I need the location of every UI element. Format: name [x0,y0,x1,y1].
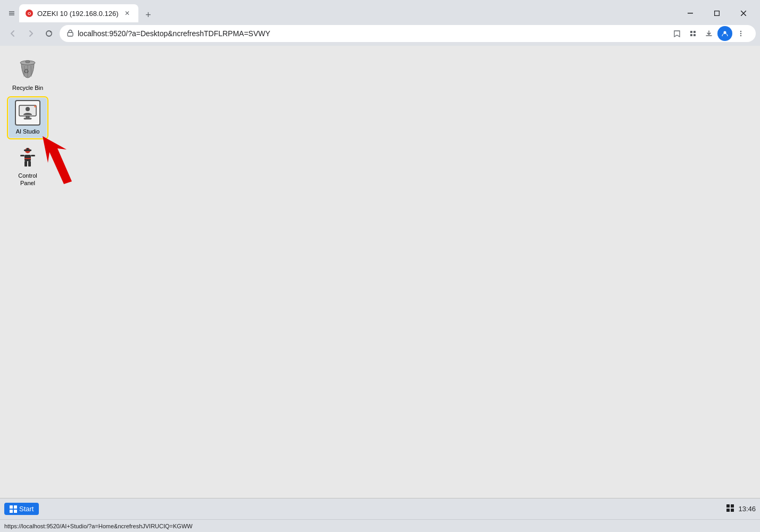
svg-rect-35 [10,505,13,509]
svg-rect-30 [24,161,27,167]
ai-studio-label: AI Studio [16,128,40,135]
recycle-bin-image: ♻ [15,56,40,82]
svg-rect-40 [731,504,734,508]
svg-rect-36 [14,505,17,509]
address-bar[interactable] [60,25,756,42]
tab-close-button[interactable]: ✕ [122,9,132,18]
bookmark-button[interactable] [670,26,684,41]
browser-chrome: O OZEKI 10 (192.168.0.126) ✕ + [0,0,760,46]
close-button[interactable] [731,5,756,22]
start-label: Start [19,505,34,513]
lock-icon [67,29,73,38]
minimize-button[interactable] [678,5,703,22]
svg-rect-4 [68,32,73,36]
tab-list-button[interactable] [4,6,19,21]
svg-rect-32 [20,155,24,156]
taskbar-icons [726,504,734,513]
status-url: https://localhost:9520/AI+Studio/?a=Home… [4,523,193,529]
recycle-bin-icon[interactable]: ♻ Recycle Bin [9,54,47,94]
svg-rect-26 [24,149,31,151]
svg-point-11 [740,33,741,34]
svg-rect-5 [690,31,692,33]
svg-rect-15 [26,61,30,63]
ai-studio-icon[interactable]: AI Studio [9,98,47,137]
taskbar: Start 13:46 [0,498,760,519]
svg-rect-23 [24,118,31,119]
control-panel-label: Control Panel [18,172,37,187]
desktop-area: ♻ Recycle Bin [0,46,760,498]
svg-text:♻: ♻ [23,68,29,75]
maximize-button[interactable] [705,5,729,22]
new-tab-button[interactable]: + [141,7,155,22]
back-button[interactable] [4,25,21,42]
svg-rect-41 [726,509,730,512]
tab-bar: O OZEKI 10 (192.168.0.126) ✕ + [0,0,760,22]
taskbar-right: 13:46 [726,504,756,513]
svg-point-12 [740,35,741,36]
clock: 13:46 [738,505,756,513]
address-actions [670,26,748,41]
download-button[interactable] [701,26,716,41]
svg-rect-22 [26,116,29,118]
desktop-icons: ♻ Recycle Bin [9,54,751,189]
address-bar-row [0,22,760,46]
tab-favicon: O [26,10,33,17]
control-panel-icon[interactable]: Control Panel [9,142,47,189]
extension-button[interactable] [685,26,700,41]
forward-button[interactable] [22,25,39,42]
taskbar-grid-icon [726,504,734,513]
address-input[interactable] [78,29,665,38]
tab-area: O OZEKI 10 (192.168.0.126) ✕ + [19,4,678,22]
svg-point-10 [740,31,741,32]
active-tab[interactable]: O OZEKI 10 (192.168.0.126) ✕ [19,4,138,22]
svg-rect-8 [693,34,696,36]
window-controls [678,5,756,22]
svg-rect-7 [690,34,692,36]
svg-rect-27 [27,148,29,149]
svg-rect-1 [715,11,720,16]
svg-point-24 [34,105,36,107]
svg-point-21 [26,107,30,111]
svg-rect-39 [726,504,730,508]
ai-studio-image [15,100,40,126]
svg-rect-0 [688,13,693,14]
status-bar: https://localhost:9520/AI+Studio/?a=Home… [0,519,760,532]
reload-button[interactable] [40,25,57,42]
svg-rect-38 [14,510,17,513]
menu-button[interactable] [733,26,748,41]
svg-rect-33 [31,155,35,156]
profile-button[interactable] [717,26,732,41]
nav-group [4,25,57,42]
svg-rect-31 [28,161,31,167]
tab-title: OZEKI 10 (192.168.0.126) [37,10,118,18]
svg-rect-37 [10,510,13,513]
svg-rect-29 [24,158,31,159]
svg-rect-6 [693,31,696,33]
svg-rect-42 [731,509,734,512]
recycle-bin-label: Recycle Bin [12,84,43,92]
start-button[interactable]: Start [4,503,39,515]
control-panel-image [15,144,40,170]
